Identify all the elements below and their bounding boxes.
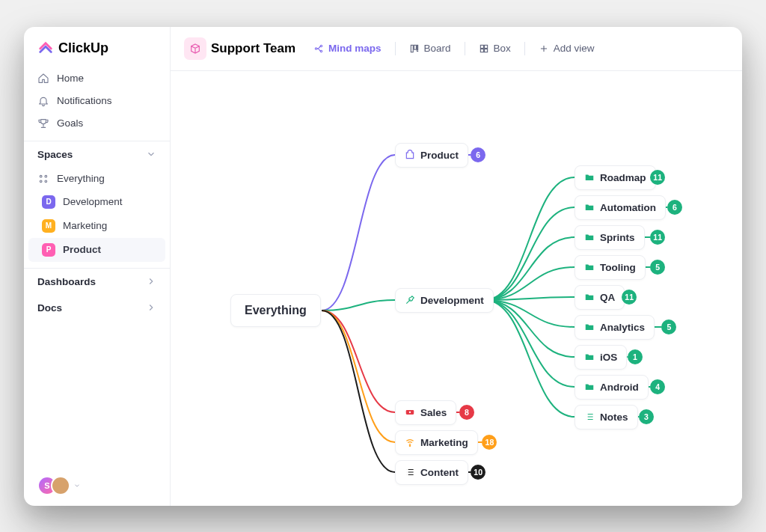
svg-point-1 (45, 175, 47, 177)
node-label: Marketing (420, 437, 468, 448)
nav-label: Home (57, 73, 84, 84)
main: Support Team Mind maps Board Box Add vie… (171, 27, 742, 506)
node-label: Product (420, 150, 459, 161)
chevron-down-icon (146, 149, 156, 159)
board-icon (409, 43, 420, 54)
mindmap-node-tooling[interactable]: Tooling (574, 255, 646, 280)
spaces-everything[interactable]: Everything (24, 168, 170, 190)
mindmap-node-everything[interactable]: Everything (230, 294, 321, 327)
svg-point-6 (320, 50, 322, 52)
mindmap-node-qa[interactable]: QA (574, 285, 625, 310)
sidebar: ClickUp Home Notifications Goals Spaces … (24, 27, 171, 506)
topbar: Support Team Mind maps Board Box Add vie… (171, 27, 742, 71)
mindmap-node-notes[interactable]: Notes (574, 405, 638, 429)
section-label: Dashboards (37, 276, 96, 287)
mindmap-canvas[interactable]: EverythingProduct6DevelopmentSales8Marke… (171, 71, 742, 506)
node-label: Content (420, 467, 459, 478)
box-icon (479, 43, 489, 54)
space-label: Product (63, 244, 101, 255)
nav-notifications[interactable]: Notifications (24, 90, 170, 112)
add-view-label: Add view (554, 43, 595, 54)
spaces-header-label: Spaces (37, 149, 73, 160)
clickup-logo-icon (37, 40, 54, 57)
sidebar-space-development[interactable]: D Development (28, 190, 165, 214)
svg-point-0 (40, 175, 42, 177)
count-badge: 6 (471, 147, 485, 162)
mindmap-node-ios[interactable]: iOS (574, 345, 627, 370)
view-tab-box[interactable]: Box (473, 40, 517, 57)
home-icon (37, 73, 49, 85)
node-label: iOS (600, 352, 617, 363)
view-label: Box (494, 43, 511, 54)
count-badge: 10 (471, 465, 485, 480)
section-label: Docs (37, 302, 62, 314)
count-badge: 8 (459, 405, 474, 420)
mindmap-node-android[interactable]: Android (574, 375, 649, 400)
grid-icon (37, 173, 49, 185)
divider (395, 42, 396, 55)
svg-point-3 (45, 180, 47, 183)
chevron-right-icon (146, 302, 156, 313)
svg-point-4 (315, 47, 316, 49)
count-badge: 1 (628, 349, 643, 364)
node-label: Analytics (600, 322, 645, 333)
node-label: Development (420, 295, 484, 306)
section-dashboards[interactable]: Dashboards (24, 268, 170, 295)
node-label: Roadmap (600, 172, 646, 183)
mindmap-node-development[interactable]: Development (395, 288, 494, 313)
svg-rect-9 (417, 45, 417, 51)
mindmap-node-roadmap[interactable]: Roadmap (574, 165, 656, 190)
trophy-icon (37, 117, 49, 129)
space-chip: M (42, 219, 55, 233)
view-tab-board[interactable]: Board (403, 40, 457, 57)
chevron-down-icon (73, 482, 81, 489)
avatar (51, 476, 70, 495)
brand-name: ClickUp (58, 40, 108, 56)
add-view-button[interactable]: Add view (533, 40, 601, 57)
count-badge: 11 (622, 290, 637, 305)
space-label: Marketing (63, 220, 107, 231)
mindmap-node-sales[interactable]: Sales (395, 400, 456, 425)
count-badge: 5 (650, 260, 665, 275)
count-badge: 18 (482, 435, 497, 450)
node-label: QA (600, 292, 615, 303)
space-chip: P (42, 243, 55, 257)
sidebar-space-marketing[interactable]: M Marketing (28, 214, 165, 238)
divider (524, 42, 525, 55)
mindmap-node-content[interactable]: Content (395, 460, 468, 485)
view-tab-mindmaps[interactable]: Mind maps (307, 40, 387, 57)
svg-point-16 (409, 445, 410, 446)
sidebar-space-product[interactable]: P Product (28, 238, 165, 262)
divider (465, 42, 465, 55)
svg-point-5 (320, 45, 322, 46)
nav-home[interactable]: Home (24, 67, 170, 90)
svg-rect-11 (484, 45, 487, 48)
count-badge: 11 (650, 230, 665, 245)
svg-point-2 (40, 180, 42, 183)
mindmap-node-sprints[interactable]: Sprints (574, 225, 645, 250)
node-label: Everything (245, 304, 307, 317)
svg-point-15 (409, 412, 411, 413)
page-title: Support Team (211, 41, 295, 56)
count-badge: 4 (650, 379, 665, 394)
node-label: Notes (600, 412, 628, 423)
section-docs[interactable]: Docs (24, 295, 170, 321)
svg-rect-7 (411, 45, 413, 52)
brand-logo[interactable]: ClickUp (24, 27, 170, 67)
spaces-header[interactable]: Spaces (24, 141, 170, 168)
mindmap-node-marketing[interactable]: Marketing (395, 430, 478, 455)
nav-label: Notifications (57, 95, 112, 106)
node-label: Android (600, 382, 639, 393)
mindmap-node-analytics[interactable]: Analytics (574, 315, 655, 340)
view-label: Mind maps (328, 43, 382, 54)
svg-rect-13 (484, 49, 487, 52)
count-badge: 11 (650, 170, 665, 185)
mindmap-node-product[interactable]: Product (395, 143, 468, 168)
count-badge: 3 (639, 409, 654, 424)
mindmap-node-automation[interactable]: Automation (574, 195, 666, 220)
nav-goals[interactable]: Goals (24, 112, 170, 135)
user-avatars[interactable]: S (24, 465, 170, 506)
count-badge: 6 (667, 200, 682, 215)
node-label: Sales (420, 407, 447, 418)
svg-rect-8 (414, 45, 416, 49)
